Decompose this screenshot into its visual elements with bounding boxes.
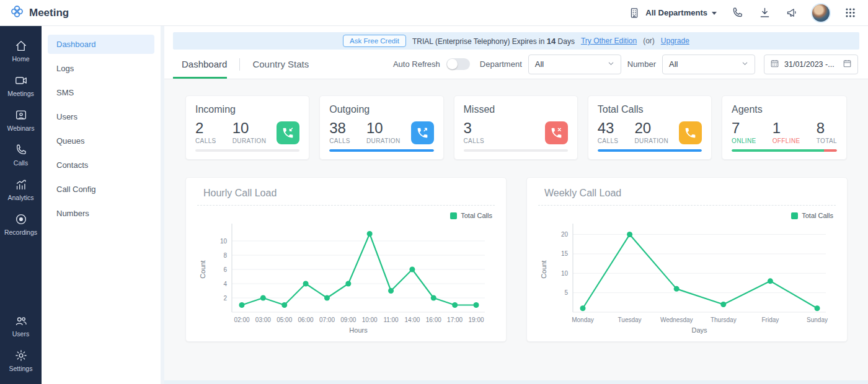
- tabs: Dashboard Country Stats: [173, 50, 317, 79]
- nav-item-calls[interactable]: Calls: [0, 137, 42, 172]
- outgoing-progress-bar: [329, 149, 433, 152]
- sidebar-item-logs[interactable]: Logs: [48, 59, 154, 78]
- department-selector-label: All Departments: [645, 8, 707, 17]
- nav-item-home[interactable]: Home: [0, 33, 42, 68]
- call-icon[interactable]: [730, 6, 744, 20]
- weekly-call-load-chart-card: Weekly Call Load Total Calls 5101520Mond…: [526, 177, 848, 342]
- number-select[interactable]: All: [662, 55, 755, 74]
- svg-text:Sunday: Sunday: [807, 316, 828, 323]
- card-title: Agents: [732, 104, 837, 115]
- download-icon[interactable]: [758, 6, 771, 20]
- sidebar-item-queues[interactable]: Queues: [48, 131, 154, 151]
- nav-item-users[interactable]: Users: [0, 308, 42, 343]
- presenter-icon: [14, 108, 28, 122]
- nav-item-recordings[interactable]: Recordings: [0, 207, 42, 242]
- tab-country-stats[interactable]: Country Stats: [244, 50, 317, 79]
- svg-text:11:00: 11:00: [383, 316, 399, 323]
- sidebar-item-numbers[interactable]: Numbers: [48, 204, 154, 223]
- svg-text:19:00: 19:00: [468, 316, 484, 323]
- app-logo-icon: [10, 4, 24, 21]
- agents-total-value: 8: [817, 120, 837, 136]
- incoming-calls-card: Incoming 2 CALLS 10 DURATION: [185, 95, 309, 160]
- analytics-chart-icon: [14, 178, 28, 191]
- app-title: Meeting: [29, 7, 69, 19]
- phone-icon: [679, 121, 702, 144]
- brand[interactable]: Meeting: [10, 4, 69, 21]
- outgoing-calls-value: 38: [329, 120, 350, 136]
- number-select-value: All: [669, 59, 678, 69]
- incoming-progress-bar: [195, 149, 299, 152]
- incoming-call-icon: [277, 121, 299, 144]
- megaphone-icon[interactable]: [785, 6, 799, 20]
- svg-text:Wednesday: Wednesday: [660, 316, 693, 323]
- missed-calls-card: Missed 3 CALLS: [454, 95, 578, 160]
- sidebar-item-users[interactable]: Users: [48, 107, 154, 126]
- organization-icon: [627, 6, 641, 20]
- chart-title: Hourly Call Load: [197, 186, 495, 206]
- svg-text:Count: Count: [199, 260, 206, 278]
- try-other-edition-link[interactable]: Try Other Edition: [581, 37, 637, 45]
- svg-text:20: 20: [561, 231, 569, 238]
- total-calls-card: Total Calls 43 CALLS 20 DURATION: [588, 95, 712, 160]
- incoming-duration-value: 10: [232, 120, 267, 136]
- nav-item-meetings[interactable]: Meetings: [0, 68, 42, 103]
- missed-call-icon: [545, 121, 568, 144]
- trial-days-count: 14: [547, 37, 556, 46]
- svg-text:06:00: 06:00: [298, 316, 314, 323]
- sidebar-item-dashboard[interactable]: Dashboard: [48, 35, 154, 54]
- agents-card: Agents 7 ONLINE 1 OFFLINE 8 TOTAL: [722, 95, 847, 160]
- tab-divider: [239, 58, 240, 71]
- nav-item-webinars[interactable]: Webinars: [0, 103, 42, 137]
- department-select-value: All: [535, 59, 544, 69]
- svg-text:09:00: 09:00: [340, 316, 356, 323]
- header-actions: All Departments: [627, 4, 857, 22]
- incoming-calls-value: 2: [195, 120, 216, 136]
- ask-free-credit-button[interactable]: Ask Free Credit: [343, 35, 406, 47]
- svg-text:4: 4: [223, 281, 227, 287]
- nav-item-analytics[interactable]: Analytics: [0, 172, 42, 207]
- svg-text:10: 10: [220, 238, 228, 245]
- auto-refresh-toggle[interactable]: [446, 58, 470, 70]
- apps-grid-icon[interactable]: [843, 6, 857, 20]
- missed-calls-value: 3: [464, 120, 485, 136]
- department-selector[interactable]: All Departments: [627, 6, 717, 20]
- sidebar-item-contacts[interactable]: Contacts: [48, 155, 154, 175]
- sidebar-item-call-config[interactable]: Call Config: [48, 180, 154, 199]
- svg-text:16:00: 16:00: [426, 316, 441, 323]
- user-avatar[interactable]: [812, 4, 830, 22]
- chevron-down-icon: [608, 59, 614, 69]
- date-range-value: 31/01/2023 -...: [784, 60, 838, 69]
- or-text: (or): [643, 37, 655, 45]
- svg-text:8: 8: [223, 252, 227, 259]
- svg-text:Thursday: Thursday: [711, 316, 737, 323]
- card-title: Total Calls: [598, 104, 702, 115]
- card-title: Missed: [464, 104, 568, 115]
- agents-online-value: 7: [732, 120, 756, 136]
- date-range-picker[interactable]: 31/01/2023 -...: [764, 55, 858, 74]
- toggle-knob: [447, 59, 458, 69]
- missed-progress-bar: [464, 149, 568, 152]
- svg-text:14:00: 14:00: [404, 316, 420, 323]
- chart-legend: Total Calls: [541, 212, 833, 219]
- svg-text:Days: Days: [691, 326, 707, 334]
- horizontal-scrollbar-track[interactable]: [164, 380, 868, 384]
- chart-title: Weekly Call Load: [538, 186, 836, 206]
- svg-text:10:00: 10:00: [362, 316, 378, 323]
- video-camera-icon: [14, 74, 28, 87]
- upgrade-link[interactable]: Upgrade: [661, 37, 689, 45]
- card-title: Incoming: [195, 104, 299, 115]
- trial-banner: Ask Free Credit TRIAL (Enterprise Teleph…: [173, 32, 859, 50]
- top-header: Meeting All Departments: [0, 0, 868, 26]
- svg-text:Count: Count: [540, 260, 547, 278]
- nav-item-settings[interactable]: Settings: [0, 343, 42, 378]
- agents-progress-bar: [732, 149, 837, 152]
- legend-swatch: [791, 212, 798, 219]
- sidebar-item-sms[interactable]: SMS: [48, 83, 154, 102]
- outgoing-call-icon: [411, 121, 434, 144]
- svg-text:Hours: Hours: [349, 326, 368, 334]
- home-icon: [14, 39, 28, 53]
- chart-legend: Total Calls: [200, 212, 492, 219]
- gear-icon: [14, 349, 28, 362]
- tab-dashboard[interactable]: Dashboard: [173, 50, 236, 79]
- department-select[interactable]: All: [528, 55, 621, 74]
